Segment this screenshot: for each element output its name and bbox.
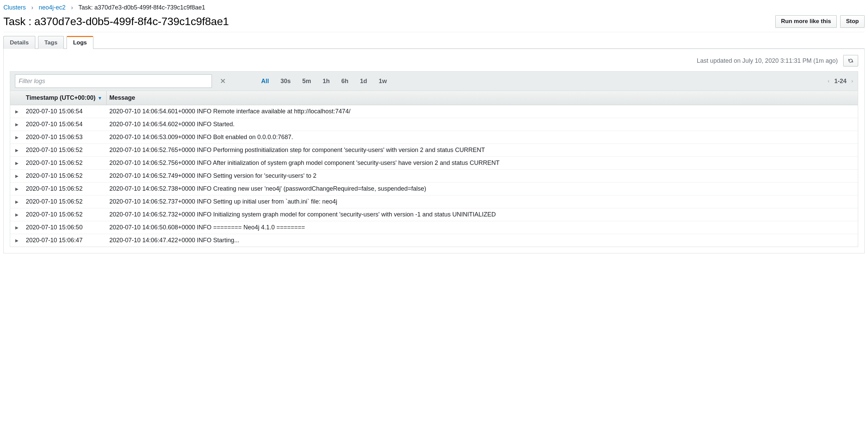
row-message: 2020-07-10 14:06:54.602+0000 INFO Starte… [107, 118, 858, 131]
time-range-group: All30s5m1h6h1d1w [261, 78, 387, 85]
table-row: ▶2020-07-10 15:06:532020-07-10 14:06:53.… [10, 131, 858, 144]
time-range-all[interactable]: All [261, 78, 269, 85]
expand-row-icon[interactable]: ▶ [10, 132, 23, 143]
breadcrumb-clusters-link[interactable]: Clusters [3, 4, 26, 11]
row-timestamp: 2020-07-10 15:06:53 [23, 131, 107, 144]
time-range-1h[interactable]: 1h [323, 78, 330, 85]
table-row: ▶2020-07-10 15:06:522020-07-10 14:06:52.… [10, 195, 858, 208]
expand-row-icon[interactable]: ▶ [10, 119, 23, 130]
expand-row-icon[interactable]: ▶ [10, 209, 23, 221]
expand-row-icon[interactable]: ▶ [10, 145, 23, 156]
filter-logs-input[interactable] [15, 74, 212, 88]
row-timestamp: 2020-07-10 15:06:50 [23, 221, 107, 234]
filter-bar: ✕ All30s5m1h6h1d1w ‹ 1-24 › [10, 71, 858, 91]
table-row: ▶2020-07-10 15:06:472020-07-10 14:06:47.… [10, 234, 858, 247]
tab-details[interactable]: Details [3, 36, 35, 49]
expand-row-icon[interactable]: ▶ [10, 106, 23, 117]
pager-prev-icon[interactable]: ‹ [828, 78, 829, 84]
expand-row-icon[interactable]: ▶ [10, 170, 23, 182]
table-row: ▶2020-07-10 15:06:542020-07-10 14:06:54.… [10, 105, 858, 118]
page-title: Task : a370d7e3-d0b5-499f-8f4c-739c1c9f8… [3, 15, 229, 28]
column-timestamp[interactable]: Timestamp (UTC+00:00) ▼ [23, 91, 107, 105]
row-timestamp: 2020-07-10 15:06:52 [23, 157, 107, 169]
row-timestamp: 2020-07-10 15:06:54 [23, 105, 107, 118]
row-message: 2020-07-10 14:06:52.738+0000 INFO Creati… [107, 183, 858, 195]
time-range-5m[interactable]: 5m [302, 78, 311, 85]
row-timestamp: 2020-07-10 15:06:52 [23, 183, 107, 195]
row-message: 2020-07-10 14:06:52.737+0000 INFO Settin… [107, 195, 858, 208]
column-timestamp-label: Timestamp (UTC+00:00) [26, 94, 95, 101]
expand-row-icon[interactable]: ▶ [10, 183, 23, 195]
row-message: 2020-07-10 14:06:52.732+0000 INFO Initia… [107, 208, 858, 221]
row-message: 2020-07-10 14:06:53.009+0000 INFO Bolt e… [107, 131, 858, 144]
time-range-1d[interactable]: 1d [360, 78, 367, 85]
sort-desc-icon: ▼ [97, 95, 102, 101]
time-range-30s[interactable]: 30s [281, 78, 291, 85]
refresh-icon [848, 58, 854, 64]
chevron-right-icon: › [70, 4, 74, 11]
breadcrumb: Clusters › neo4j-ec2 › Task: a370d7e3-d0… [3, 3, 865, 13]
clear-filter-icon[interactable]: ✕ [218, 77, 228, 85]
stop-button[interactable]: Stop [840, 15, 865, 27]
row-timestamp: 2020-07-10 15:06:52 [23, 195, 107, 208]
table-row: ▶2020-07-10 15:06:542020-07-10 14:06:54.… [10, 118, 858, 131]
tabs: Details Tags Logs [3, 36, 865, 49]
table-row: ▶2020-07-10 15:06:522020-07-10 14:06:52.… [10, 170, 858, 183]
refresh-button[interactable] [843, 55, 858, 66]
tab-logs[interactable]: Logs [67, 36, 93, 49]
log-table: Timestamp (UTC+00:00) ▼ Message ▶2020-07… [10, 91, 858, 247]
expand-row-icon[interactable]: ▶ [10, 157, 23, 169]
pager: ‹ 1-24 › [828, 78, 853, 85]
row-timestamp: 2020-07-10 15:06:52 [23, 208, 107, 221]
table-row: ▶2020-07-10 15:06:502020-07-10 14:06:50.… [10, 221, 858, 234]
last-updated-text: Last updated on July 10, 2020 3:11:31 PM… [697, 57, 838, 64]
logs-panel: Last updated on July 10, 2020 3:11:31 PM… [3, 49, 865, 253]
row-timestamp: 2020-07-10 15:06:52 [23, 144, 107, 156]
row-timestamp: 2020-07-10 15:06:52 [23, 170, 107, 182]
pager-next-icon[interactable]: › [851, 78, 853, 84]
row-message: 2020-07-10 14:06:52.749+0000 INFO Settin… [107, 170, 858, 182]
column-message[interactable]: Message [107, 91, 858, 105]
run-more-button[interactable]: Run more like this [775, 15, 837, 27]
row-message: 2020-07-10 14:06:50.608+0000 INFO ======… [107, 221, 858, 234]
table-row: ▶2020-07-10 15:06:522020-07-10 14:06:52.… [10, 183, 858, 195]
expand-row-icon[interactable]: ▶ [10, 235, 23, 246]
pager-range: 1-24 [834, 78, 847, 85]
row-message: 2020-07-10 14:06:52.765+0000 INFO Perfor… [107, 144, 858, 156]
table-header: Timestamp (UTC+00:00) ▼ Message [10, 91, 858, 105]
expand-row-icon[interactable]: ▶ [10, 222, 23, 233]
row-message: 2020-07-10 14:06:52.756+0000 INFO After … [107, 157, 858, 169]
expand-row-icon[interactable]: ▶ [10, 196, 23, 208]
table-row: ▶2020-07-10 15:06:522020-07-10 14:06:52.… [10, 157, 858, 170]
table-row: ▶2020-07-10 15:06:522020-07-10 14:06:52.… [10, 208, 858, 221]
breadcrumb-cluster-link[interactable]: neo4j-ec2 [39, 4, 66, 11]
row-timestamp: 2020-07-10 15:06:47 [23, 234, 107, 247]
row-message: 2020-07-10 14:06:47.422+0000 INFO Starti… [107, 234, 858, 247]
chevron-right-icon: › [31, 4, 34, 11]
time-range-6h[interactable]: 6h [341, 78, 348, 85]
tab-tags[interactable]: Tags [38, 36, 64, 49]
table-row: ▶2020-07-10 15:06:522020-07-10 14:06:52.… [10, 144, 858, 157]
row-message: 2020-07-10 14:06:54.601+0000 INFO Remote… [107, 105, 858, 118]
row-timestamp: 2020-07-10 15:06:54 [23, 118, 107, 131]
breadcrumb-current: Task: a370d7e3-d0b5-499f-8f4c-739c1c9f8a… [78, 4, 205, 11]
time-range-1w[interactable]: 1w [379, 78, 387, 85]
